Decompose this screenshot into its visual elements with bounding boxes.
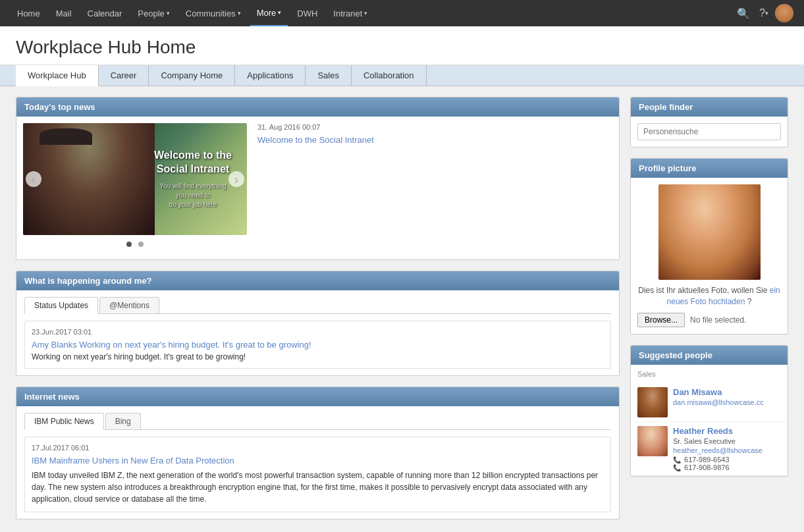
suggested-people-header: Suggested people	[631, 346, 788, 365]
top-navigation: Home Mail Calendar People ▾ Communities …	[0, 0, 804, 26]
tab-workplace-hub[interactable]: Workplace Hub	[16, 65, 99, 86]
person-email-heather[interactable]: heather_reeds@llshowcase	[673, 446, 781, 454]
nav-mail[interactable]: Mail	[49, 0, 78, 26]
status-text: Working on next year's hiring budget. It…	[32, 352, 604, 361]
status-date: 23.Jun.2017 03:01	[32, 328, 604, 336]
happening-header: What is happening around me?	[16, 271, 619, 290]
internet-news-header: Internet news	[16, 387, 619, 406]
carousel-prev-button[interactable]: ‹	[26, 171, 41, 187]
person-title-heather: Sr. Sales Executive	[673, 437, 781, 445]
person-name-heather[interactable]: Heather Reeds	[673, 426, 781, 436]
status-link[interactable]: Amy Blanks Working on next year's hiring…	[32, 340, 604, 350]
nav-icons-group: 🔍 ? ▾	[734, 4, 793, 22]
nav-calendar[interactable]: Calendar	[81, 0, 129, 26]
carousel-date: 31. Aug 2016 00:07	[257, 123, 612, 131]
profile-picture-body: Dies ist Ihr aktuelles Foto, wollen Sie …	[631, 178, 788, 334]
nav-dwh[interactable]: DWH	[290, 0, 324, 26]
tab-collaboration[interactable]: Collaboration	[351, 65, 427, 86]
page-title-bar: Workplace Hub Home	[0, 26, 804, 65]
user-avatar[interactable]	[775, 4, 793, 22]
tab-company-home[interactable]: Company Home	[148, 65, 235, 86]
person-info-heather: Heather Reeds Sr. Sales Executive heathe…	[673, 426, 781, 471]
search-icon-button[interactable]: 🔍	[734, 5, 753, 22]
news-body-text: IBM today unveiled IBM Z, the next gener…	[32, 469, 604, 505]
nav-home[interactable]: Home	[11, 0, 47, 26]
dan-avatar-image	[637, 387, 668, 417]
carousel-dot-1[interactable]	[126, 242, 132, 247]
carousel-news-link[interactable]: Welcome to the Social Intranet	[257, 135, 374, 145]
top-news-section: Today's top news Welcome to theSocial In…	[16, 97, 620, 260]
no-file-selected-text: No file selected.	[690, 315, 746, 325]
person-phone-heather-2: 📞 617-908-9876	[673, 464, 781, 471]
news-date: 17.Jul.2017 06:01	[32, 444, 604, 452]
carousel-main-text: Welcome to theSocial Intranet	[154, 149, 232, 176]
person-email-dan[interactable]: dan.misawa@llshowcase.cc	[673, 398, 781, 406]
left-column: Today's top news Welcome to theSocial In…	[16, 97, 620, 530]
browse-button[interactable]: Browse...	[637, 313, 685, 327]
person-info-dan: Dan Misawa dan.misawa@llshowcase.cc	[673, 387, 781, 417]
happening-section: What is happening around me? Status Upda…	[16, 271, 620, 376]
heather-avatar-image	[637, 426, 668, 456]
people-finder-header: People finder	[631, 97, 788, 117]
carousel-info: 31. Aug 2016 00:07 Welcome to the Social…	[257, 123, 612, 145]
internet-news-body: IBM Public News Bing 17.Jul.2017 06:01 I…	[16, 406, 619, 519]
news-item: 17.Jul.2017 06:01 IBM Mainframe Ushers i…	[24, 437, 611, 512]
tab-mentions[interactable]: @Mentions	[99, 297, 159, 313]
nav-intranet[interactable]: Intranet ▾	[327, 0, 374, 26]
phone-icon-2: 📞	[673, 464, 681, 471]
tab-sales[interactable]: Sales	[305, 65, 352, 86]
tab-bing[interactable]: Bing	[105, 413, 141, 429]
person-name-dan[interactable]: Dan Misawa	[673, 387, 781, 397]
nav-people[interactable]: People ▾	[131, 0, 176, 26]
people-finder-body	[631, 117, 788, 147]
nav-communities[interactable]: Communities ▾	[179, 0, 248, 26]
carousel-dots	[23, 235, 247, 253]
profile-picture-image	[658, 184, 761, 280]
carousel-next-button[interactable]: ›	[228, 171, 244, 187]
carousel-dot-2[interactable]	[138, 242, 144, 247]
profile-picture-section: Profile picture Dies ist Ihr aktuelles F…	[630, 158, 788, 334]
carousel-text-overlay: Welcome to theSocial Intranet You will f…	[147, 123, 239, 235]
tab-career[interactable]: Career	[98, 65, 149, 86]
person-item-dan: Dan Misawa dan.misawa@llshowcase.cc	[631, 383, 788, 422]
person-avatar-dan[interactable]	[637, 387, 668, 417]
tab-bar: Workplace Hub Career Company Home Applic…	[0, 65, 804, 86]
suggested-people-section: Suggested people Sales Dan Misawa dan.mi…	[630, 345, 788, 477]
happening-tabs: Status Updates @Mentions	[24, 297, 611, 314]
carousel-sub-text: You will find everything you need todo y…	[153, 182, 232, 209]
people-dropdown-arrow: ▾	[167, 10, 170, 16]
suggested-category-label: Sales	[631, 365, 788, 378]
person-item-heather: Heather Reeds Sr. Sales Executive heathe…	[631, 422, 788, 476]
communities-dropdown-arrow: ▾	[238, 10, 241, 16]
profile-browse-row: Browse... No file selected.	[637, 313, 781, 327]
internet-news-section: Internet news IBM Public News Bing 17.Ju…	[16, 386, 620, 519]
main-layout: Today's top news Welcome to theSocial In…	[0, 86, 804, 532]
help-dropdown-arrow: ▾	[765, 10, 768, 16]
intranet-dropdown-arrow: ▾	[364, 10, 367, 16]
nav-more[interactable]: More ▾	[250, 0, 288, 26]
status-update-item: 23.Jun.2017 03:01 Amy Blanks Working on …	[24, 321, 611, 369]
people-finder-input[interactable]	[637, 123, 781, 140]
carousel-image-wrap: Welcome to theSocial Intranet You will f…	[23, 123, 247, 253]
tab-status-updates[interactable]: Status Updates	[24, 297, 98, 314]
phone-icon-1: 📞	[673, 456, 681, 464]
person-phone-heather-1: 📞 617-989-6543	[673, 456, 781, 464]
help-icon-button[interactable]: ? ▾	[757, 5, 771, 22]
news-title-link[interactable]: IBM Mainframe Ushers in New Era of Data …	[32, 456, 604, 466]
tab-ibm-public-news[interactable]: IBM Public News	[24, 413, 104, 430]
happening-body: Status Updates @Mentions 23.Jun.2017 03:…	[16, 290, 619, 375]
carousel-image: Welcome to theSocial Intranet You will f…	[23, 123, 247, 235]
profile-picture-text: Dies ist Ihr aktuelles Foto, wollen Sie …	[637, 285, 781, 307]
carousel-hat	[40, 128, 92, 145]
internet-news-tabs: IBM Public News Bing	[24, 413, 611, 430]
avatar-image	[775, 4, 793, 22]
page-title: Workplace Hub Home	[16, 37, 788, 58]
tab-applications[interactable]: Applications	[234, 65, 306, 86]
top-news-header: Today's top news	[16, 97, 619, 117]
person-avatar-heather[interactable]	[637, 426, 668, 456]
carousel-area: Welcome to theSocial Intranet You will f…	[16, 117, 619, 259]
people-finder-section: People finder	[630, 97, 788, 147]
profile-picture-header: Profile picture	[631, 159, 788, 178]
right-column: People finder Profile picture Dies ist I…	[630, 97, 788, 530]
more-dropdown-arrow: ▾	[278, 9, 281, 16]
